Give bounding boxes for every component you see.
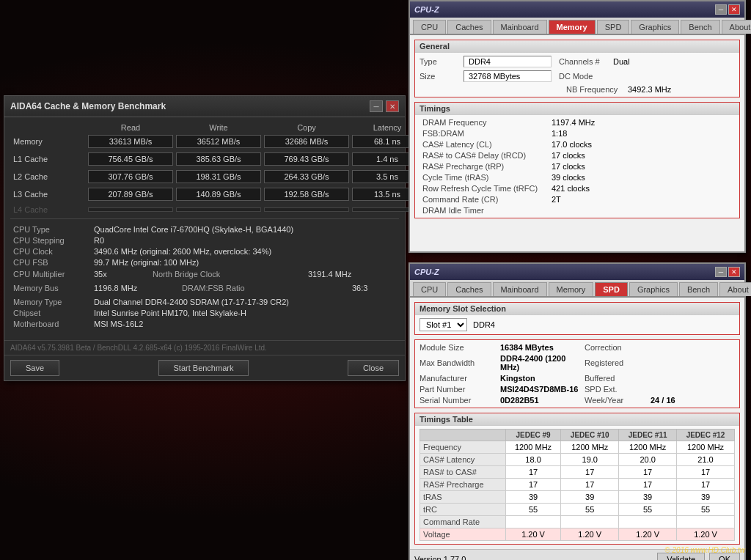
dram-idle-label: DRAM Idle Timer (420, 206, 552, 215)
l1-cache-row: L1 Cache 756.45 GB/s 385.63 GB/s 769.43 … (10, 152, 399, 166)
tab-spd[interactable]: SPD (597, 20, 630, 34)
tras-v3: 39 (619, 491, 677, 504)
l2-read: 307.76 GB/s (88, 170, 173, 183)
part-num-label: Part Number (420, 385, 500, 394)
l3-write: 140.89 GB/s (176, 188, 261, 201)
minimize-button[interactable]: ─ (370, 100, 383, 112)
l1-read: 756.45 GB/s (88, 152, 173, 166)
voltage-v4: 1.20 V (677, 528, 735, 541)
l3-label: L3 Cache (13, 190, 87, 199)
chipset-label: Chipset (13, 309, 94, 317)
cpu-fsb-label: CPU FSB (13, 258, 94, 267)
spd-tab-spd[interactable]: SPD (595, 282, 628, 296)
spd-tab-memory[interactable]: Memory (549, 282, 594, 296)
start-benchmark-button[interactable]: Start Benchmark (158, 360, 249, 376)
slot-dropdown[interactable]: Slot #1 (420, 318, 467, 331)
bench-header-row: Read Write Copy Latency (10, 123, 399, 132)
tab-cpu[interactable]: CPU (413, 20, 446, 34)
cas-v1: 18.0 (505, 454, 560, 466)
table-row: Voltage 1.20 V 1.20 V 1.20 V 1.20 V (420, 528, 735, 541)
cpuz-spd-logo: CPU-Z (414, 268, 439, 276)
fsb-dram-label: FSB:DRAM (420, 129, 552, 138)
cas-lat-value: 17.0 clocks (552, 140, 640, 149)
timings-table-title: Timings Table (415, 413, 739, 426)
spd-tab-mainboard[interactable]: Mainboard (493, 282, 547, 296)
aida64-button-bar: Save Start Benchmark Close (4, 355, 405, 380)
tab-about[interactable]: About (722, 20, 751, 34)
correction-label: Correction (585, 343, 651, 352)
spd-tab-caches[interactable]: Caches (447, 282, 491, 296)
cas-v2: 19.0 (561, 454, 619, 466)
week-year-value: 24 / 16 (651, 396, 735, 405)
table-row: CAS# Latency 18.0 19.0 20.0 21.0 (420, 454, 735, 466)
timings-table-section: Timings Table JEDEC #9 JEDEC #10 JEDEC #… (414, 413, 740, 545)
slot-type: DDR4 (473, 320, 495, 329)
th-jedec9: JEDEC #9 (505, 430, 560, 441)
th-jedec12: JEDEC #12 (677, 430, 735, 441)
tab-memory[interactable]: Memory (549, 20, 596, 34)
cpuz-memory-titlebar: CPU-Z ─ ✕ (410, 1, 744, 18)
cpuz-close-btn[interactable]: ✕ (728, 4, 740, 15)
tras-label: tRAS (420, 491, 506, 504)
cas-v3: 20.0 (619, 454, 677, 466)
cpuz-spd-minimize-btn[interactable]: ─ (715, 267, 727, 277)
aida64-body: Read Write Copy Latency Memory 33613 MB/… (4, 117, 405, 336)
size-value: 32768 MBytes (464, 70, 552, 82)
close-button[interactable]: ✕ (386, 100, 399, 112)
manufacturer-label: Manufacturer (420, 374, 500, 383)
table-row: Command Rate (420, 516, 735, 528)
tras-v2: 39 (561, 491, 619, 504)
aida64-title: AIDA64 Cache & Memory Benchmark (10, 101, 166, 111)
ras-pre-v3: 17 (619, 479, 677, 491)
aida64-footer: AIDA64 v5.75.3981 Beta / BenchDLL 4.2.68… (4, 340, 405, 355)
aida-close-button[interactable]: Close (348, 360, 399, 376)
ras-pre-label: RAS# Precharge (420, 479, 506, 491)
serial-num-label: Serial Number (420, 396, 500, 405)
voltage-v3: 1.20 V (619, 528, 677, 541)
manufacturer-value: Kingston (500, 374, 585, 383)
trc-label: tRC (420, 504, 506, 516)
tab-mainboard[interactable]: Mainboard (493, 20, 547, 34)
ras-pre-v4: 17 (677, 479, 735, 491)
tras-v4: 39 (677, 491, 735, 504)
ras-cas-value: 17 clocks (552, 151, 640, 160)
voltage-v2: 1.20 V (561, 528, 619, 541)
ras-pre-v1: 17 (505, 479, 560, 491)
cpuz-minimize-btn[interactable]: ─ (715, 4, 727, 15)
tab-bench[interactable]: Bench (681, 20, 719, 34)
cpuz-spd-window: CPU-Z ─ ✕ CPU Caches Mainboard Memory SP… (409, 262, 746, 560)
l2-label: L2 Cache (13, 172, 87, 181)
cpuz-spd-close-btn[interactable]: ✕ (728, 267, 740, 277)
ras-cas-v1: 17 (505, 466, 560, 479)
nb-clock-value: 3191.4 MHz (308, 270, 396, 279)
l3-copy: 192.58 GB/s (264, 188, 349, 201)
tab-graphics[interactable]: Graphics (631, 20, 679, 34)
dram-freq-label: DRAM Frequency (420, 118, 552, 127)
spd-tab-about[interactable]: About (719, 282, 751, 296)
dram-freq-value: 1197.4 MHz (552, 118, 640, 127)
save-button[interactable]: Save (10, 360, 59, 376)
l4-read (88, 207, 173, 212)
memory-label: Memory (13, 137, 87, 146)
memory-write: 36512 MB/s (176, 135, 261, 148)
freq-v2: 1200 MHz (561, 441, 619, 454)
table-row: tRAS 39 39 39 39 (420, 491, 735, 504)
aida64-controls: ─ ✕ (370, 100, 399, 112)
cpuz-logo: CPU-Z (414, 5, 439, 14)
cpuz-spd-title-group: CPU-Z (414, 268, 439, 276)
cpuz-spd-controls: ─ ✕ (715, 267, 740, 277)
spd-tab-graphics[interactable]: Graphics (629, 282, 678, 296)
serial-num-value: 0D282B51 (500, 396, 585, 405)
ras-pre-value: 17 clocks (552, 162, 640, 171)
registered-label: Registered (585, 358, 651, 367)
col-write: Write (175, 123, 263, 132)
ras-cas-v3: 17 (619, 466, 677, 479)
cpu-multiplier-label: CPU Multiplier (13, 270, 94, 279)
spd-tab-cpu[interactable]: CPU (413, 282, 446, 296)
ras-pre-label: RAS# Precharge (tRP) (420, 162, 552, 171)
tab-caches[interactable]: Caches (447, 20, 491, 34)
mod-size-label: Module Size (420, 343, 500, 352)
spd-tab-bench[interactable]: Bench (679, 282, 718, 296)
l2-write: 198.31 GB/s (176, 170, 261, 183)
l2-cache-row: L2 Cache 307.76 GB/s 198.31 GB/s 264.33 … (10, 170, 399, 183)
